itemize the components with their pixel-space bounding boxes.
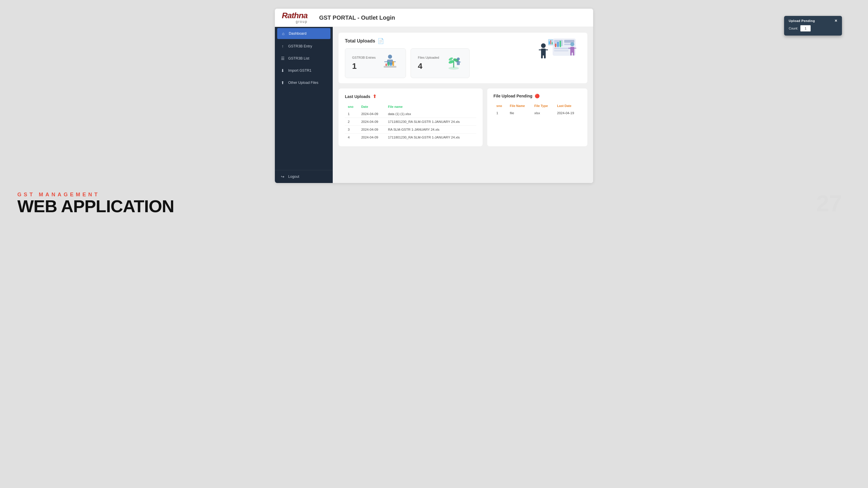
svg-point-33 bbox=[570, 42, 574, 46]
sidebar-label-gstr3b-list: GSTR3B List bbox=[288, 56, 309, 60]
row-date: 2024-04-09 bbox=[358, 118, 385, 126]
row-sno: 1 bbox=[345, 110, 358, 118]
sidebar-label-other-upload: Other Upload Files bbox=[288, 80, 318, 85]
logo-block: Rathna group bbox=[282, 11, 308, 24]
app-layout: ⌂ Dashboard ↑ GSTR3B Entry ☰ GSTR3B List… bbox=[275, 27, 593, 183]
page-number: 27 bbox=[816, 192, 842, 215]
svg-point-14 bbox=[457, 58, 460, 60]
total-uploads-label: Total Uploads bbox=[345, 38, 375, 44]
row-date: 2024-04-09 bbox=[358, 126, 385, 134]
svg-rect-24 bbox=[555, 44, 556, 47]
sidebar-label-gstr3b-entry: GSTR3B Entry bbox=[288, 44, 312, 48]
pending-col-sno: sno bbox=[494, 102, 507, 109]
gstr3b-entries-label: GSTR3B Entries bbox=[352, 56, 376, 59]
main-content: Total Uploads 📄 GSTR3B Entries 1 bbox=[333, 27, 593, 183]
sidebar-item-gstr3b-list[interactable]: ☰ GSTR3B List bbox=[275, 52, 333, 64]
row-filename: 1711801230_RA SLM-GSTR 1-JANUARY 24.xls bbox=[385, 134, 476, 141]
svg-rect-29 bbox=[539, 50, 541, 50]
svg-rect-5 bbox=[385, 64, 387, 66]
svg-rect-25 bbox=[557, 42, 559, 47]
sidebar-item-gstr3b-entry[interactable]: ↑ GSTR3B Entry bbox=[275, 40, 333, 52]
gstr3b-entries-box: GSTR3B Entries 1 bbox=[345, 48, 406, 78]
logout-label: Logout bbox=[288, 174, 299, 178]
last-uploads-card: Last Uploads ⬆ sno Date File name bbox=[339, 89, 483, 146]
row-sno: 2 bbox=[345, 118, 358, 126]
svg-rect-8 bbox=[392, 61, 394, 66]
pending-row-filename: file bbox=[507, 109, 531, 117]
file-upload-pending-card: File Upload Pending 🔴 sno File Name File… bbox=[487, 89, 587, 146]
frame-header: Rathna group GST PORTAL - Outlet Login bbox=[275, 9, 593, 27]
file-pending-table: sno File Name File Type Last Date 1 file… bbox=[494, 102, 581, 117]
app-frame: Rathna group GST PORTAL - Outlet Login ⌂… bbox=[275, 9, 593, 183]
sidebar: ⌂ Dashboard ↑ GSTR3B Entry ☰ GSTR3B List… bbox=[275, 27, 333, 183]
sidebar-item-other-upload[interactable]: ⬆ Other Upload Files bbox=[275, 76, 333, 89]
web-app-label: WEB APPLICATION bbox=[18, 198, 850, 215]
svg-rect-15 bbox=[457, 61, 460, 65]
pending-row-lastdate: 2024-04-19 bbox=[554, 109, 581, 117]
svg-rect-6 bbox=[388, 62, 390, 66]
bottom-row: Last Uploads ⬆ sno Date File name bbox=[339, 89, 587, 146]
file-pending-label: File Upload Pending bbox=[494, 94, 533, 98]
svg-rect-32 bbox=[544, 55, 546, 58]
sidebar-label-import-gstr1: Import GSTR1 bbox=[288, 68, 312, 72]
gstr3b-illustration bbox=[381, 53, 399, 73]
brand-group: group bbox=[296, 20, 308, 24]
popup-count-input[interactable] bbox=[800, 25, 811, 32]
row-filename: 1711801230_RA SLM-GSTR 1-JANUARY 24.xls bbox=[385, 118, 476, 126]
upload-pending-popup: Upload Pending ✕ Count: bbox=[784, 16, 842, 36]
svg-rect-36 bbox=[574, 48, 576, 48]
last-uploads-label: Last Uploads bbox=[345, 94, 370, 99]
row-filename: data (1) (1).xlsx bbox=[385, 110, 476, 118]
col-date: Date bbox=[358, 103, 385, 110]
dashboard-icon: ⌂ bbox=[281, 31, 286, 36]
svg-rect-16 bbox=[456, 62, 457, 62]
gstr3b-entry-icon: ↑ bbox=[280, 44, 285, 48]
total-uploads-icon: 📄 bbox=[378, 38, 384, 44]
svg-point-0 bbox=[388, 55, 392, 59]
table-row: 3 2024-04-09 RA SLM-GSTR 1-JANUARY 24.xl… bbox=[345, 126, 476, 134]
svg-rect-28 bbox=[541, 48, 546, 56]
table-row: 1 file xlsx 2024-04-19 bbox=[494, 109, 581, 117]
col-filename: File name bbox=[385, 103, 476, 110]
svg-rect-31 bbox=[541, 55, 543, 58]
files-illustration bbox=[445, 53, 462, 73]
svg-rect-23 bbox=[554, 50, 568, 52]
pending-col-filename: File Name bbox=[507, 102, 531, 109]
sidebar-item-import-gstr1[interactable]: ⬇ Import GSTR1 bbox=[275, 64, 333, 76]
svg-rect-26 bbox=[560, 41, 561, 47]
pending-row-sno: 1 bbox=[494, 109, 507, 117]
svg-rect-4 bbox=[384, 66, 396, 68]
table-row: 2 2024-04-09 1711801230_RA SLM-GSTR 1-JA… bbox=[345, 118, 476, 126]
svg-rect-7 bbox=[390, 63, 392, 66]
pending-col-lastdate: Last Date bbox=[554, 102, 581, 109]
import-gstr1-icon: ⬇ bbox=[280, 68, 285, 73]
sidebar-label-dashboard: Dashboard bbox=[289, 32, 306, 36]
file-pending-title: File Upload Pending 🔴 bbox=[494, 94, 581, 98]
files-uploaded-label: Files Uploaded bbox=[418, 56, 439, 59]
pending-col-filetype: File Type bbox=[531, 102, 554, 109]
svg-rect-30 bbox=[546, 50, 548, 50]
other-upload-icon: ⬆ bbox=[280, 80, 285, 85]
popup-title: Upload Pending bbox=[789, 19, 815, 23]
svg-rect-34 bbox=[570, 47, 574, 53]
gstr3b-entries-value: 1 bbox=[352, 62, 376, 71]
row-sno: 4 bbox=[345, 134, 358, 141]
popup-close-button[interactable]: ✕ bbox=[834, 19, 837, 23]
files-uploaded-box: Files Uploaded 4 bbox=[410, 48, 469, 78]
header-illustration bbox=[535, 36, 582, 64]
svg-point-27 bbox=[541, 43, 546, 48]
row-date: 2024-04-09 bbox=[358, 134, 385, 141]
total-uploads-card: Total Uploads 📄 GSTR3B Entries 1 bbox=[339, 33, 587, 83]
svg-rect-42 bbox=[552, 42, 553, 44]
file-pending-alert-icon: 🔴 bbox=[535, 94, 539, 98]
col-sno: sno bbox=[345, 103, 358, 110]
logout-button[interactable]: ↪ Logout bbox=[275, 170, 333, 183]
svg-rect-37 bbox=[570, 52, 572, 56]
svg-rect-38 bbox=[573, 52, 574, 56]
brand-name: Rathna bbox=[282, 11, 308, 20]
svg-rect-40 bbox=[549, 41, 550, 44]
files-uploaded-value: 4 bbox=[418, 62, 439, 71]
row-sno: 3 bbox=[345, 126, 358, 134]
svg-rect-2 bbox=[384, 61, 388, 62]
sidebar-item-dashboard[interactable]: ⌂ Dashboard bbox=[277, 28, 331, 39]
